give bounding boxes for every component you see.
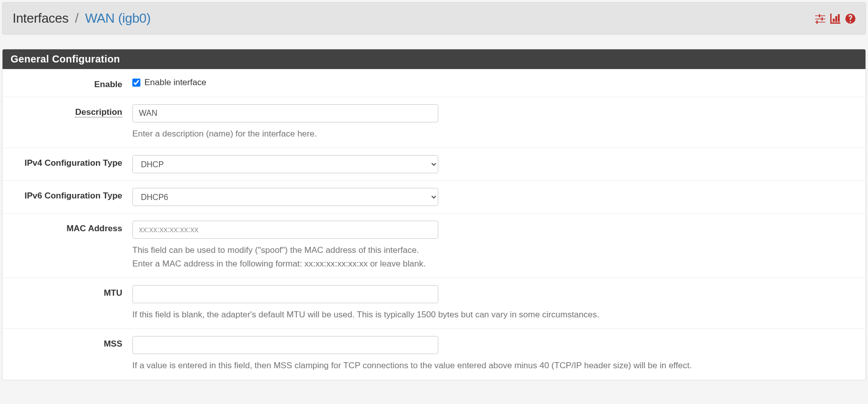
bar-chart-icon[interactable] <box>830 14 840 24</box>
sliders-icon[interactable] <box>815 14 825 24</box>
mss-help: If a value is entered in this field, the… <box>132 359 853 372</box>
ipv6-select[interactable]: DHCP6 <box>132 188 438 206</box>
ipv4-select[interactable]: DHCP <box>132 155 438 173</box>
general-config-panel: General Configuration Enable Enable inte… <box>2 49 866 380</box>
label-enable: Enable <box>3 77 132 90</box>
row-description: Description Enter a description (name) f… <box>3 97 865 148</box>
description-input[interactable] <box>132 104 438 122</box>
breadcrumb-separator: / <box>75 11 78 26</box>
mac-help: This field can be used to modify ("spoof… <box>132 244 853 271</box>
panel-title: General Configuration <box>3 49 865 69</box>
mss-input[interactable] <box>132 336 438 354</box>
label-ipv4: IPv4 Configuration Type <box>3 155 132 168</box>
row-mac: MAC Address This field can be used to mo… <box>3 213 865 278</box>
breadcrumb-section[interactable]: Interfaces <box>13 11 68 26</box>
row-mss: MSS If a value is entered in this field,… <box>3 328 865 379</box>
label-mac: MAC Address <box>3 221 132 234</box>
enable-checkbox[interactable] <box>132 79 140 87</box>
label-description: Description <box>3 104 132 117</box>
label-mss: MSS <box>3 336 132 349</box>
breadcrumb: Interfaces / WAN (igb0) <box>13 11 150 26</box>
row-enable: Enable Enable interface <box>3 69 865 97</box>
help-icon[interactable] <box>845 14 855 24</box>
row-ipv4: IPv4 Configuration Type DHCP <box>3 148 865 180</box>
description-help: Enter a description (name) for the inter… <box>132 127 853 141</box>
header-actions <box>815 14 855 24</box>
row-ipv6: IPv6 Configuration Type DHCP6 <box>3 180 865 213</box>
row-mtu: MTU If this field is blank, the adapter'… <box>3 278 865 328</box>
mac-input[interactable] <box>132 221 438 239</box>
enable-checkbox-label[interactable]: Enable interface <box>144 78 206 88</box>
mtu-help: If this field is blank, the adapter's de… <box>132 308 853 321</box>
label-ipv6: IPv6 Configuration Type <box>3 188 132 201</box>
breadcrumb-page[interactable]: WAN (igb0) <box>85 11 150 26</box>
label-mtu: MTU <box>3 285 132 298</box>
page-header: Interfaces / WAN (igb0) <box>2 2 866 35</box>
mtu-input[interactable] <box>132 285 438 303</box>
